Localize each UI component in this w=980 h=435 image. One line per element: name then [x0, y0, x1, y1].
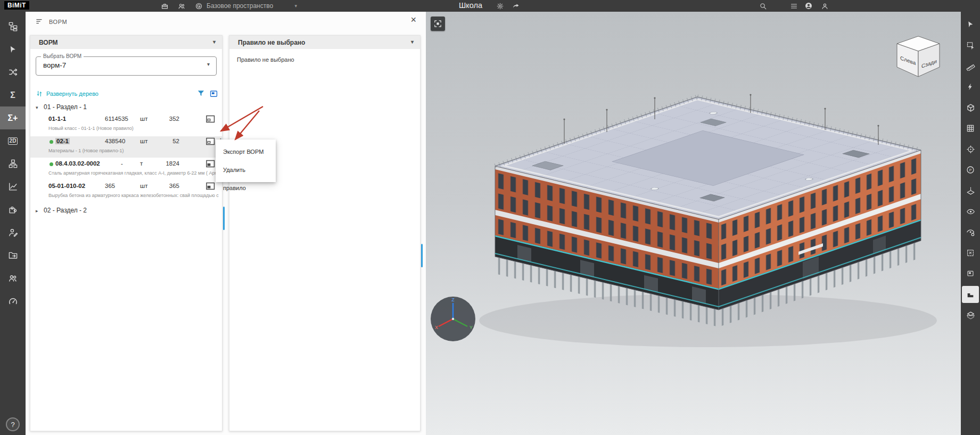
app-logo: BiMiT [4, 1, 29, 10]
zoom-to-selection-button[interactable] [431, 17, 445, 31]
model-viewport-canvas[interactable]: Слева Сзади Z X Y [426, 12, 961, 435]
expand-tree-button[interactable]: Развернуть дерево [36, 90, 98, 97]
section-plane-icon[interactable] [962, 182, 979, 199]
vorm-select[interactable]: Выбрать ВОРМ ворм-7 ▾ [36, 56, 217, 76]
panel-sort-icon[interactable] [35, 17, 44, 26]
row-code: 01-1-1 [48, 116, 66, 122]
help-button[interactable]: ? [6, 417, 20, 431]
show-elements-icon[interactable] [206, 115, 215, 124]
analytics-chart-icon[interactable] [0, 175, 26, 198]
2d-view-icon[interactable]: 2D [0, 129, 26, 152]
vorm-section-title: ВОРМ [39, 39, 58, 46]
search-icon[interactable] [757, 2, 769, 10]
topbar: BiMiT Базовое пространство ▾ Школа [0, 0, 980, 12]
assembly-icon[interactable] [0, 152, 26, 175]
scrollbar-thumb-right[interactable] [421, 244, 423, 267]
avatar[interactable] [803, 2, 814, 10]
rule-section-header[interactable]: Правило не выбрано ▾ [229, 36, 420, 49]
select-cursor-icon[interactable] [0, 38, 26, 61]
row-unit: шт [140, 116, 148, 122]
team-icon[interactable] [176, 2, 187, 10]
visibility-eye-icon[interactable] [962, 203, 979, 220]
row-subtitle: Сталь арматурная горячекатаная гладкая, … [48, 170, 219, 176]
menu-list-icon[interactable] [788, 2, 800, 10]
chevron-down-icon: ▾ [207, 61, 210, 67]
structure-tree-icon[interactable] [0, 15, 26, 38]
sigma-icon[interactable]: Σ [0, 84, 26, 106]
row-unit: т [140, 160, 143, 167]
share-icon[interactable] [510, 2, 522, 10]
vorm-section-header[interactable]: ВОРМ ▾ [30, 36, 222, 49]
isolate-icon[interactable] [962, 265, 979, 282]
app-root: BiMiT Базовое пространство ▾ Школа Σ Σ+ … [0, 0, 980, 435]
tree-row[interactable]: 05-01-010-02 365 шт 365 Вырубка бетона и… [30, 181, 222, 202]
close-icon[interactable]: × [410, 15, 416, 24]
scrollbar-thumb-left[interactable] [223, 207, 225, 230]
row-unit: шт [140, 138, 148, 144]
vorm-tree-card: ВОРМ ▾ Выбрать ВОРМ ворм-7 ▾ Развернуть … [30, 35, 223, 431]
focus-target-icon[interactable] [962, 141, 979, 158]
show-elements-icon[interactable] [206, 137, 215, 146]
project-title: Школа [459, 1, 482, 10]
caret-down-icon: ▾ [36, 102, 44, 113]
expand-icon [36, 90, 43, 97]
tree-row[interactable]: 08.4.03.02-0002 - т 1824 Сталь арматурна… [30, 159, 222, 180]
green-status-dot [50, 140, 53, 144]
user-edit-icon[interactable] [0, 221, 26, 244]
folder-share-icon[interactable] [0, 244, 26, 267]
select-area-icon[interactable] [962, 37, 979, 54]
vorm-select-value: ворм-7 [43, 61, 66, 69]
select-area-icon[interactable] [209, 89, 219, 99]
tree-row-selected[interactable]: 02-1 438540 шт 52 ⋮ Материалы - 1 (Новое… [30, 136, 222, 158]
vorm-select-label: Выбрать ВОРМ [41, 53, 84, 59]
group-circle-icon[interactable] [193, 2, 204, 10]
section-cube-icon[interactable] [962, 307, 979, 324]
show-elements-icon[interactable] [206, 182, 215, 191]
chevron-down-icon: ▾ [411, 39, 414, 45]
row-unit: шт [140, 183, 148, 189]
rule-card: Правило не выбрано ▾ Правило не выбрано [229, 35, 421, 431]
row-code: 02-1 [55, 138, 70, 144]
walls-tool-icon[interactable] [962, 286, 979, 303]
show-elements-icon[interactable] [206, 160, 215, 169]
filter-funnel-icon[interactable] [196, 89, 205, 98]
hide-box-icon[interactable] [962, 244, 979, 261]
vorm-panel: ВОРМ × ВОРМ ▾ Выбрать ВОРМ ворм-7 ▾ Разв… [26, 12, 426, 435]
chevron-down-icon: ▾ [213, 39, 216, 45]
sigma-plus-vorm-icon[interactable]: Σ+ [0, 106, 26, 129]
grid-icon[interactable] [962, 120, 979, 137]
tree-row[interactable]: 01-1-1 6114535 шт 352 Новый класс - 01-1… [30, 114, 222, 135]
model-cube-icon[interactable] [962, 99, 979, 116]
settings-gear-icon[interactable] [494, 2, 506, 10]
projection-p-icon[interactable] [962, 161, 979, 178]
tree-group[interactable]: ▾01 - Раздел - 1 [30, 101, 222, 113]
menu-item-export-vorm[interactable]: Экспорт ВОРМ [216, 143, 276, 161]
row-value: 365 [105, 183, 115, 189]
context-menu: Экспорт ВОРМ Удалить правило [216, 139, 276, 182]
right-toolbar [961, 12, 980, 435]
users-icon[interactable] [0, 267, 26, 290]
view-cube[interactable]: Слева Сзади [893, 33, 944, 86]
tree-tools-row: Развернуть дерево [30, 87, 222, 101]
visibility-settings-icon[interactable] [962, 224, 979, 241]
expand-tree-label: Развернуть дерево [46, 91, 98, 97]
axis-y-label: Y [470, 325, 473, 330]
menu-item-delete-rule[interactable]: Удалить правило [216, 161, 276, 179]
tree-group-collapsed[interactable]: ▸02 - Раздел - 2 [30, 204, 222, 216]
axis-gizmo[interactable]: Z X Y [430, 296, 476, 342]
toolbox-icon[interactable] [159, 2, 170, 10]
caret-right-icon: ▸ [36, 205, 44, 217]
measure-ruler-icon[interactable] [962, 58, 979, 75]
select-cursor-icon[interactable] [962, 16, 979, 33]
connections-icon[interactable] [0, 61, 26, 84]
gauge-icon[interactable] [0, 290, 26, 313]
workspace-selector[interactable]: Базовое пространство ▾ [207, 0, 297, 12]
user-icon[interactable] [819, 2, 830, 10]
row-count: 365 [152, 183, 179, 189]
plugins-puzzle-icon[interactable] [0, 198, 26, 221]
quick-section-bolt-icon[interactable] [962, 78, 979, 95]
workspace-label: Базовое пространство [207, 2, 273, 10]
axis-z-label: Z [451, 297, 455, 302]
row-code: 08.4.03.02-0002 [55, 160, 100, 167]
row-value: 438540 [105, 138, 125, 144]
